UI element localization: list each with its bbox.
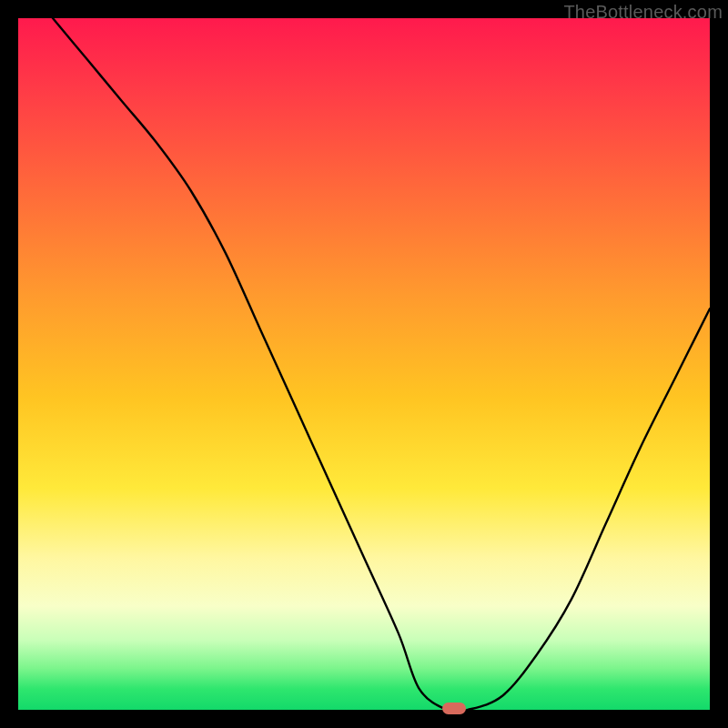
plot-area [18, 18, 710, 710]
chart-frame: TheBottleneck.com [0, 0, 728, 728]
bottleneck-curve [18, 18, 710, 710]
optimum-marker [442, 703, 466, 714]
watermark-text: TheBottleneck.com [563, 2, 723, 23]
